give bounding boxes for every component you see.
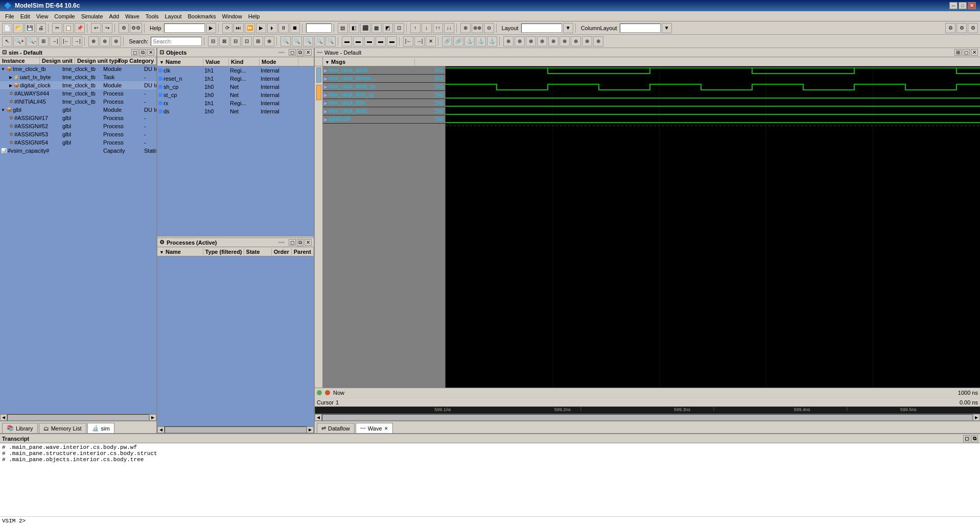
tb2-zoom-fit4[interactable]: ⊡ (242, 36, 252, 46)
sim-hscroll[interactable]: ◀ ▶ (0, 414, 156, 421)
tb2-snap2[interactable]: ⊕ (515, 36, 525, 46)
tb2-snap6[interactable]: ⊕ (559, 36, 570, 46)
obj-row-sh-cp[interactable]: sh_cp 1h0 Net Internal (157, 83, 314, 91)
tb2-snap7[interactable]: ⊕ (571, 36, 581, 46)
tb2-next[interactable]: →| (72, 36, 82, 46)
tb-layout-drop[interactable]: ▼ (563, 23, 573, 33)
menu-compile[interactable]: Compile (51, 12, 78, 20)
tb2-snap3[interactable]: ⊕ (526, 36, 536, 46)
tb2-zoom-full[interactable]: ⊞ (38, 36, 49, 46)
obj-scroll-thumb[interactable] (165, 426, 307, 433)
obj-scroll-right[interactable]: ▶ (307, 426, 314, 433)
menu-edit[interactable]: Edit (17, 12, 33, 20)
tb2-prev[interactable]: |← (61, 36, 71, 46)
tb-paste[interactable]: 📌 (75, 23, 85, 33)
objects-close-icon[interactable]: ✕ (305, 49, 312, 56)
sim-row-tme-clock-tb[interactable]: ▼ 📦 tme_clock_tb tme_clock_tb Module DU … (0, 65, 156, 73)
minimize-button[interactable]: ─ (949, 2, 958, 9)
tb2-link2[interactable]: 🔗 (453, 36, 463, 46)
processes-close-icon[interactable]: ✕ (305, 239, 312, 246)
wave-scroll-left[interactable]: ◀ (315, 414, 322, 421)
tb-sim2[interactable]: ◧ (349, 23, 359, 33)
wave-hscroll[interactable]: ◀ ▶ (315, 414, 980, 421)
tb2-snap1[interactable]: ⊕ (503, 36, 514, 46)
close-button[interactable]: ✕ (968, 2, 976, 9)
tb-extra3[interactable]: ⚙ (968, 23, 978, 33)
objects-data-area[interactable]: clk 1h1 Regi... Internal reset_n 1h1 Re (157, 66, 314, 236)
wave-scroll-thumb[interactable] (322, 414, 973, 421)
tb-sim6[interactable]: ⊡ (394, 23, 404, 33)
tb-wave3[interactable]: ↑↑ (433, 23, 443, 33)
obj-row-reset-n[interactable]: reset_n 1h1 Regi... Internal (157, 75, 314, 83)
column-layout-input[interactable]: Default (620, 23, 661, 33)
sim-size-icon[interactable]: ◻ (131, 49, 138, 56)
tb-extra1[interactable]: ⚙ (945, 23, 955, 33)
tb-sim3[interactable]: ⬛ (360, 23, 370, 33)
tb-zoom2[interactable]: ⊕⊕ (472, 23, 483, 33)
wave-row-gsr[interactable]: ▶ /glbl/GSR (323, 115, 415, 124)
wave-row-clk[interactable]: ▶ /tme_clock_tb/clk (323, 66, 415, 75)
tb-help-go[interactable]: ▶ (206, 23, 216, 33)
sim-scroll-thumb[interactable] (7, 414, 149, 421)
tb2-link1[interactable]: 🔗 (442, 36, 452, 46)
tb-continue[interactable]: ⏵ (267, 23, 277, 33)
sim-row-glbl[interactable]: ▼ 📦 glbl glbl Module DU Instance (0, 106, 156, 114)
tb-cut[interactable]: ✂ (52, 23, 62, 33)
tb2-wv3[interactable]: ▬ (364, 36, 375, 46)
tb-copy[interactable]: 📋 (63, 23, 74, 33)
tb2-zoom-fit3[interactable]: ⊟ (230, 36, 241, 46)
tab-memory-list[interactable]: 🗂 Memory List (39, 423, 86, 433)
wave-size-icon[interactable]: ◻ (963, 49, 970, 56)
expand-arrow-1[interactable]: ▼ (1, 67, 5, 71)
tb2-cur2[interactable]: →| (414, 36, 425, 46)
sim-float-icon[interactable]: ⧉ (139, 49, 146, 56)
menu-bookmarks[interactable]: Bookmarks (185, 12, 219, 20)
tb2-link3[interactable]: ⚓ (464, 36, 475, 46)
wave-row-stcp[interactable]: ▶ /tme_clock_tb/st_cp (323, 91, 415, 99)
tb2-cur3[interactable]: ✕ (426, 36, 436, 46)
tb2-wv1[interactable]: ▬ (342, 36, 352, 46)
tb2-b3[interactable]: ⊕ (111, 36, 121, 46)
tb2-link5[interactable]: ⚓ (487, 36, 497, 46)
sim-row-vsim-cap[interactable]: 📊 #vsim_capacity# Capacity Statistics (0, 147, 156, 155)
sim-row-assign53[interactable]: ⚙ #ASSIGN#53 glbl Process - (0, 130, 156, 138)
wave-row-rx[interactable]: ▶ /tme_clock_tb/rx (323, 99, 415, 107)
tb-wave4[interactable]: ↓↓ (444, 23, 454, 33)
tb2-zoom-fit[interactable]: ⊟ (208, 36, 218, 46)
expand-arrow-6[interactable]: ▼ (1, 108, 5, 112)
tb-sim4[interactable]: ▦ (371, 23, 382, 33)
tb-compile[interactable]: ⚙ (119, 23, 129, 33)
sim-scroll-left[interactable]: ◀ (0, 414, 7, 421)
tb2-snap8[interactable]: ⊕ (582, 36, 592, 46)
sim-close-icon[interactable]: ✕ (147, 49, 154, 56)
tb2-zoom-fit5[interactable]: ⊞ (253, 36, 263, 46)
tb2-zoom-in[interactable]: 🔍+ (13, 36, 26, 46)
help-input[interactable] (164, 23, 205, 33)
obj-row-clk[interactable]: clk 1h1 Regi... Internal (157, 66, 314, 75)
wave-expand-icon[interactable]: ⊞ (954, 49, 962, 56)
transcript-float-icon[interactable]: ⧉ (971, 435, 978, 442)
tb-extra2[interactable]: ⚙ (956, 23, 967, 33)
wave-tab-close[interactable]: ✕ (384, 426, 388, 431)
wave-strip-btn-1[interactable] (316, 67, 321, 83)
objects-float-icon[interactable]: ⧉ (297, 49, 304, 56)
wave-row-reset[interactable]: ▶ /tme_clock_tb/rese... (323, 75, 415, 83)
menu-tools[interactable]: Tools (143, 12, 162, 20)
tb-save[interactable]: 💾 (25, 23, 35, 33)
menu-file[interactable]: File (2, 12, 17, 20)
tb2-zoom-out[interactable]: 🔍- (27, 36, 37, 46)
sim-scroll-right[interactable]: ▶ (149, 414, 156, 421)
tb2-wv2[interactable]: ▬ (353, 36, 363, 46)
tb-stop[interactable]: ⏹ (290, 23, 300, 33)
sim-row-initial45[interactable]: ⚙ #INITIAL#45 tme_clock_tb Process - (0, 98, 156, 106)
sim-row-uart[interactable]: ▶ ⚡ uart_tx_byte tme_clock_tb Task - (0, 73, 156, 81)
tb2-goto[interactable]: →| (50, 36, 60, 46)
tb-compile-all[interactable]: ⚙⚙ (130, 23, 142, 33)
wave-strip-btn-2[interactable] (316, 85, 321, 100)
menu-add[interactable]: Add (106, 12, 123, 20)
tb-open[interactable]: 📂 (13, 23, 24, 33)
tb2-mag2[interactable]: 🔍 (292, 36, 302, 46)
wave-row-shcp[interactable]: ▶ /tme_clock_tb/sh_cp (323, 83, 415, 91)
run-time-input[interactable]: 100 ps (306, 23, 332, 33)
tb-sim5[interactable]: ◩ (383, 23, 393, 33)
